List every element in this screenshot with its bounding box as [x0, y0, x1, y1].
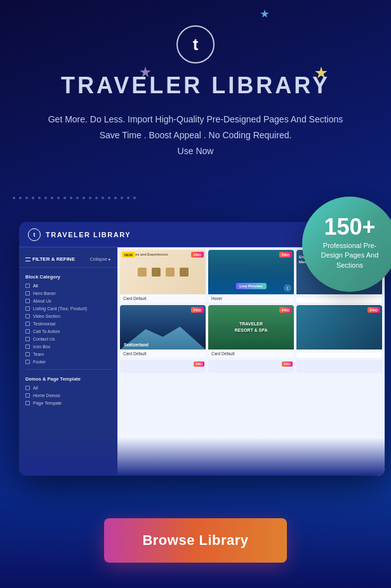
card-activities[interactable]: Activities and Experiences NEW PRO Card …	[120, 250, 206, 303]
sidebar-item-team[interactable]: Team	[19, 350, 117, 358]
sidebar-item-video[interactable]: Video Section	[19, 312, 117, 320]
filter-label: FILTER & REFINE	[25, 256, 75, 262]
sidebar-label-cta: Call To Action	[33, 329, 60, 334]
checkbox-cta[interactable]	[25, 329, 30, 334]
header-section: t TRAVELER LIBRARY Get More. Do Less. Im…	[0, 0, 391, 160]
sidebar-label-testimonial: Testimonial	[33, 322, 55, 326]
filter-bar: FILTER & REFINE Collapse ▸	[19, 254, 117, 268]
sidebar-label-all: All	[33, 284, 38, 288]
app-sidebar: FILTER & REFINE Collapse ▸ Block Categor…	[19, 247, 117, 476]
sidebar-label-contact: Contact Us	[33, 337, 55, 341]
sidebar-label-home-demos: Home Demos	[33, 393, 60, 398]
badge-number: 150+	[324, 216, 375, 238]
sidebar-label-footer: Footer	[33, 360, 46, 364]
card-activities-label: Card Default	[120, 294, 206, 303]
block-category-title: Block Category	[19, 271, 117, 282]
browse-section: Browse Library	[0, 493, 391, 588]
sidebar-item-home-demos[interactable]: Home Demos	[19, 391, 117, 399]
card-partial-label	[296, 350, 382, 353]
checkbox-testimonial[interactable]	[25, 322, 30, 326]
pro-badge-1: PRO	[191, 252, 204, 258]
sidebar-label-page-template: Page Tempate	[33, 401, 62, 405]
checkbox-team[interactable]	[25, 352, 30, 356]
sidebar-item-about[interactable]: About Us	[19, 297, 117, 304]
card-resort[interactable]: TRAVELERRESORT & SPA PRO Card Default	[208, 305, 294, 358]
bottom-badges-row: PRO PRO	[117, 360, 385, 373]
page-title: TRAVELER LIBRARY	[61, 72, 330, 99]
logo-circle: t	[176, 25, 215, 63]
card-partial[interactable]: PRO	[296, 305, 382, 358]
sidebar-item-testimonial[interactable]: Testimonial	[19, 320, 117, 327]
card-hover-label: Hover	[208, 294, 294, 303]
pro-badge-4: PRO	[191, 307, 204, 313]
sidebar-label-about: About Us	[33, 299, 51, 303]
app-logo: t	[28, 228, 41, 241]
resort-text: TRAVELERRESORT & SPA	[235, 321, 268, 334]
checkbox-demos-all[interactable]	[25, 386, 30, 390]
card-switzerland[interactable]: Switzerland PRO Card Default	[120, 305, 206, 358]
app-title: TRAVELER LIBRARY	[46, 231, 131, 238]
sidebar-label-demos-all: All	[33, 386, 38, 390]
checkbox-about[interactable]	[25, 299, 30, 303]
sidebar-label-listing: Listing Card (Tour, Product)	[33, 306, 87, 311]
subtitle-line2: Save Time . Boost Appeal . No Coding Req…	[48, 127, 343, 143]
logo-letter: t	[193, 35, 199, 55]
sidebar-item-iconbox[interactable]: Icon Box	[19, 343, 117, 350]
collapse-button[interactable]: Collapse ▸	[90, 257, 111, 262]
subtitle-line1: Get More. Do Less. Import High-Quality P…	[48, 112, 343, 127]
checkbox-contact[interactable]	[25, 337, 30, 341]
checkbox-home-demos[interactable]	[25, 393, 30, 398]
demos-title: Demos & Page Template	[19, 374, 117, 384]
sidebar-item-contact[interactable]: Contact Us	[19, 335, 117, 343]
sidebar-item-footer[interactable]: Footer	[19, 358, 117, 365]
sidebar-label-team: Team	[33, 352, 44, 356]
card-enjoy-label	[296, 294, 382, 298]
subtitle-line3: Use Now	[48, 143, 343, 159]
checkbox-video[interactable]	[25, 314, 30, 318]
card-resort-label: Card Default	[208, 350, 294, 358]
pro-badge-6: PRO	[368, 307, 380, 313]
new-badge: NEW	[122, 252, 135, 258]
sidebar-item-listing[interactable]: Listing Card (Tour, Product)	[19, 304, 117, 312]
sidebar-item-page-template[interactable]: Page Tempate	[19, 399, 117, 407]
pro-badge-5: PRO	[279, 307, 292, 313]
browse-library-button[interactable]: Browse Library	[104, 518, 286, 563]
bottom-pro-badge-2: PRO	[282, 362, 293, 367]
dots-decoration	[13, 197, 140, 216]
checkbox-footer[interactable]	[25, 360, 30, 364]
title-text: TRAVELER LIBRARY	[61, 72, 330, 98]
sidebar-item-hero[interactable]: Hero Baner	[19, 289, 117, 297]
stats-badge: 150+ Professional Pre- Design Pages And …	[302, 197, 391, 292]
badge-description: Professional Pre- Design Pages And Secti…	[315, 238, 385, 273]
traveler-icon: t	[284, 284, 291, 292]
sidebar-label-video: Video Section	[33, 314, 60, 318]
filter-icon	[25, 258, 30, 261]
sidebar-item-cta[interactable]: Call To Action	[19, 327, 117, 335]
pro-badge-2: PRO	[279, 252, 292, 258]
sidebar-divider	[25, 369, 111, 370]
checkbox-page-template[interactable]	[25, 401, 30, 405]
checkbox-listing[interactable]	[25, 306, 30, 311]
switzerland-label: Switzerland	[124, 343, 149, 347]
checkbox-hero[interactable]	[25, 291, 30, 296]
sidebar-label-iconbox: Icon Box	[33, 344, 50, 349]
card-switzerland-label: Card Default	[120, 350, 206, 358]
sidebar-label-hero: Hero Baner	[33, 291, 56, 296]
sidebar-item-all[interactable]: All	[19, 282, 117, 289]
checkbox-all[interactable]	[25, 284, 30, 288]
card-hover[interactable]: Live Preview PRO t Hover	[208, 250, 294, 303]
checkbox-iconbox[interactable]	[25, 344, 30, 349]
sidebar-item-demos-all[interactable]: All	[19, 384, 117, 391]
subtitle-block: Get More. Do Less. Import High-Quality P…	[48, 112, 343, 160]
live-preview-badge: Live Preview	[235, 283, 266, 289]
bottom-pro-badge-1: PRO	[194, 362, 204, 367]
